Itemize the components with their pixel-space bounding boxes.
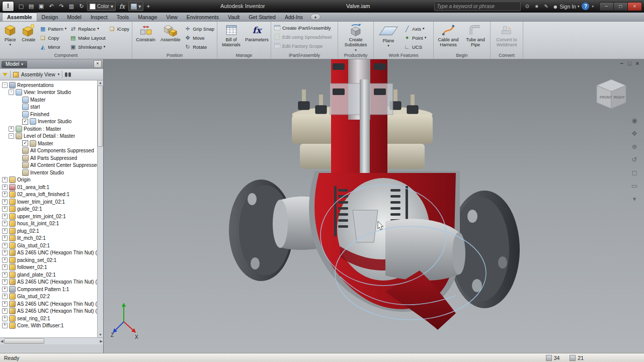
viewport-3d-scene[interactable]: Z X	[104, 59, 644, 353]
tree-item[interactable]: + Position : Master	[0, 125, 97, 133]
mirror-button[interactable]: ◭Mirror	[38, 42, 67, 51]
tree-item[interactable]: + Component Pattern 1:1	[0, 286, 97, 293]
tree-item[interactable]: + AS 2465 UNC (Hexagon Thin Nut) (F	[0, 279, 97, 286]
browser-model-dropdown[interactable]: Model▾	[2, 61, 27, 68]
tree-item[interactable]: + 01_area_loft:1	[0, 184, 97, 191]
tree-item[interactable]: + 02_area_loft_finished:1	[0, 191, 97, 199]
plane-button[interactable]: Plane ▾	[375, 23, 401, 48]
doc-close-icon[interactable]: ×	[636, 60, 639, 66]
shrinkwrap-button[interactable]: ▣Shrinkwrap▾	[68, 42, 106, 51]
tree-item[interactable]: + AS 2465 UNC (Hexagon Thin Nut) (F	[0, 308, 97, 315]
tree-item[interactable]: + Gla_stud_02:1	[0, 242, 97, 249]
pencil-icon[interactable]: ✎	[542, 3, 550, 11]
sign-in-button[interactable]: ☻ Sign In ▾	[552, 4, 579, 10]
tree-expander[interactable]: +	[2, 279, 8, 285]
axis-button[interactable]: ╱Axis▾	[403, 24, 427, 33]
tree-expander[interactable]: -	[2, 82, 8, 88]
create-ipart-button[interactable]: Create iPart/iAssembly	[273, 23, 332, 32]
tree-item[interactable]: + Core, With Diffuser:1	[0, 322, 97, 330]
group-label-begin[interactable]: Begin	[434, 52, 490, 59]
tree-expander[interactable]: +	[2, 301, 8, 307]
tree-expander[interactable]: +	[2, 199, 8, 205]
tree-expander[interactable]: +	[2, 235, 8, 241]
group-label-component[interactable]: Component	[0, 52, 132, 59]
ribbon-minimize-icon[interactable]: ▴	[310, 14, 320, 20]
tree-item[interactable]: + lit_mch_02:1	[0, 235, 97, 242]
tree-item[interactable]: + guide_02:1	[0, 206, 97, 213]
constrain-button[interactable]: Constrain	[134, 23, 157, 42]
tree-expander[interactable]: +	[2, 206, 8, 212]
tree-expander[interactable]: +	[2, 264, 8, 270]
doc-minimize-icon[interactable]: −	[620, 60, 623, 66]
group-label-productivity[interactable]: Productivity	[338, 52, 373, 59]
maximize-button[interactable]: □	[614, 2, 628, 11]
group-label-work-features[interactable]: Work Features	[374, 52, 433, 59]
icopy-button[interactable]: ❏iCopy	[108, 24, 130, 33]
tree-expander[interactable]: +	[2, 177, 8, 183]
ucs-button[interactable]: ∟UCS	[403, 42, 427, 51]
tree-item[interactable]: Master	[0, 96, 97, 104]
tree-expander[interactable]: +	[9, 126, 14, 132]
view-mode-dropdown[interactable]: Assembly View	[21, 72, 55, 77]
group-label-convert[interactable]: Convert	[491, 52, 523, 59]
tree-item[interactable]: + packing_set_02:1	[0, 256, 97, 264]
orbit-icon[interactable]: ↺	[630, 155, 639, 164]
group-label-position[interactable]: Position	[132, 52, 217, 59]
view-cube[interactable]: FRONT RIGHT	[592, 75, 631, 115]
material-dropdown[interactable]: ▾	[128, 2, 143, 11]
tree-item[interactable]: + AS 2465 UNC (Hexagon Thin Nut) (F	[0, 300, 97, 308]
scroll-right-icon[interactable]: ▶	[100, 339, 103, 343]
convert-weldment-button[interactable]: Convert to Weldment	[494, 23, 520, 48]
scroll-up-icon[interactable]: ▲	[99, 80, 102, 85]
ribbon-tab[interactable]: Model	[62, 13, 86, 21]
tree-item[interactable]: Master	[0, 140, 97, 147]
tree-expander[interactable]: +	[2, 221, 8, 226]
tree-item[interactable]: + Gla_stud_02:2	[0, 293, 97, 301]
ribbon-tab[interactable]: Get Started	[244, 13, 280, 21]
filter-icon[interactable]	[3, 73, 8, 76]
tree-item[interactable]: + upper_trim_joint_02:1	[0, 213, 97, 220]
group-label-manage[interactable]: Manage	[217, 52, 271, 59]
save-icon[interactable]: ▣	[37, 2, 46, 11]
look-at-icon[interactable]: ◻	[630, 168, 639, 177]
tree-item[interactable]: All Parts Suppressed	[0, 154, 97, 162]
tree-expander[interactable]: +	[2, 272, 8, 278]
tree-item[interactable]: + gland_plate_02:1	[0, 271, 97, 279]
rotate-button[interactable]: ↻Rotate	[183, 42, 215, 51]
scroll-down-icon[interactable]: ▼	[99, 332, 102, 337]
tree-expander[interactable]: +	[2, 250, 8, 255]
open-icon[interactable]: ▤	[27, 2, 36, 11]
update-icon[interactable]: ↻	[77, 2, 86, 11]
pan-icon[interactable]: ✥	[630, 129, 639, 138]
minimize-button[interactable]: −	[599, 2, 614, 11]
print-icon[interactable]: ▥	[67, 2, 76, 11]
tree-expander[interactable]: +	[2, 185, 8, 190]
view-face-icon[interactable]: ▭	[630, 181, 639, 190]
redo-icon[interactable]: ↷	[57, 2, 66, 11]
color-style-dropdown[interactable]: Color ▾	[87, 2, 116, 11]
search-input[interactable]	[434, 2, 521, 11]
tree-item[interactable]: - Representations	[0, 81, 97, 89]
tree-expander[interactable]: -	[9, 89, 14, 95]
ribbon-tab[interactable]: Design	[37, 13, 63, 21]
tree-vertical-scrollbar[interactable]: ▲ ▼	[97, 80, 103, 337]
ribbon-tab[interactable]: Assemble	[2, 13, 37, 21]
tree-item[interactable]: Inventor Studio	[0, 118, 97, 126]
tree-expander[interactable]: +	[2, 308, 8, 314]
ribbon-tab[interactable]: Tools	[112, 13, 134, 21]
bill-of-materials-button[interactable]: Bill of Materials	[219, 23, 244, 48]
tree-expander[interactable]: -	[9, 133, 14, 139]
ribbon-tab[interactable]: Vault	[223, 13, 244, 21]
tree-item[interactable]: Inventor Studio	[0, 169, 97, 176]
scroll-left-icon[interactable]: ◀	[1, 339, 3, 343]
tree-expander[interactable]: +	[2, 316, 8, 321]
ribbon-tab[interactable]: Manage	[133, 13, 162, 21]
tree-horizontal-scrollbar[interactable]: ◀ ▶	[0, 337, 103, 344]
copy-button[interactable]: ❏Copy	[38, 33, 67, 42]
ribbon-tab[interactable]: Inspect	[86, 13, 112, 21]
edit-spreadsheet-button[interactable]: Edit using Spreadsheet	[273, 32, 333, 41]
tree-expander[interactable]: +	[2, 243, 8, 248]
scroll-thumb[interactable]	[4, 338, 44, 344]
tree-checkbox[interactable]	[22, 119, 28, 125]
tree-item[interactable]: + lower_trim_joint_02:1	[0, 198, 97, 206]
